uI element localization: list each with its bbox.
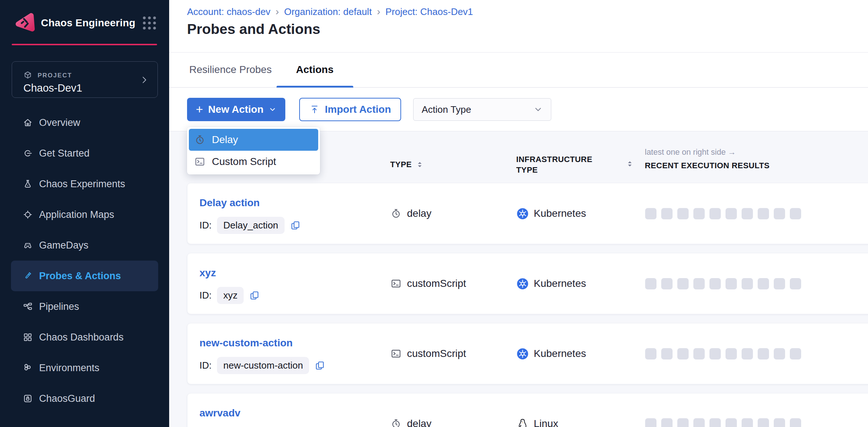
action-type-value: delay bbox=[407, 418, 431, 427]
breadcrumb-link[interactable]: Organization: default bbox=[284, 6, 372, 18]
sort-icon[interactable] bbox=[416, 161, 424, 169]
execution-result-placeholder bbox=[645, 418, 656, 427]
module-grid-icon[interactable] bbox=[141, 14, 158, 32]
execution-result-placeholder bbox=[790, 208, 801, 219]
sidebar-item-probes-and-actions[interactable]: Probes & Actions bbox=[11, 261, 158, 291]
sidebar-item-pipelines[interactable]: Pipelines bbox=[11, 291, 158, 322]
chaos-engineering-logo-icon bbox=[13, 12, 36, 34]
infrastructure-cell: Kubernetes bbox=[517, 183, 586, 244]
menu-item-custom-script[interactable]: Custom Script bbox=[189, 151, 318, 173]
execution-result-placeholder bbox=[693, 348, 705, 359]
main-content: Account: chaos-dev›Organization: default… bbox=[169, 0, 868, 427]
sidebar-item-gamedays[interactable]: GameDays bbox=[11, 230, 158, 261]
infrastructure-value: Kubernetes bbox=[534, 348, 586, 359]
copy-icon[interactable] bbox=[290, 220, 301, 231]
pipeline-icon bbox=[23, 301, 33, 312]
sidebar-item-label: Chaos Experiments bbox=[39, 178, 125, 190]
execution-result-placeholder bbox=[693, 418, 705, 427]
execution-result-placeholder bbox=[693, 278, 705, 289]
execution-result-placeholder bbox=[726, 348, 737, 359]
execution-result-placeholder bbox=[645, 208, 656, 219]
project-name: Chaos-Dev1 bbox=[23, 82, 82, 94]
recent-execution-results bbox=[645, 253, 801, 314]
action-id: ID: new-custom-action bbox=[199, 357, 325, 374]
sidebar-item-chaos-dashboards[interactable]: Chaos Dashboards bbox=[11, 322, 158, 353]
action-type-value: delay bbox=[407, 208, 431, 219]
action-name-link[interactable]: new-custom-action bbox=[199, 337, 293, 349]
terminal-icon bbox=[391, 278, 401, 289]
recent-execution-results bbox=[645, 183, 801, 244]
action-rows: Delay action ID: Delay_action delay Kube… bbox=[169, 183, 868, 427]
action-id-label: ID: bbox=[199, 360, 212, 371]
plus-icon: + bbox=[196, 103, 203, 115]
sidebar-item-application-maps[interactable]: Application Maps bbox=[11, 199, 158, 230]
infrastructure-value: Kubernetes bbox=[534, 208, 586, 219]
execution-result-placeholder bbox=[726, 418, 737, 427]
stopwatch-icon bbox=[391, 418, 401, 427]
dashboard-icon bbox=[23, 332, 33, 342]
sidebar-item-label: GameDays bbox=[39, 240, 88, 251]
action-id-value: xyz bbox=[217, 287, 244, 304]
copy-icon[interactable] bbox=[315, 360, 325, 371]
infrastructure-value: Linux bbox=[534, 418, 558, 427]
sidebar: Chaos Engineering PROJECT Chaos-Dev1 Ove… bbox=[0, 0, 169, 427]
sidebar-item-label: Overview bbox=[39, 117, 80, 128]
sidebar-nav: Overview Get Started Chaos Experiments A… bbox=[0, 107, 169, 414]
stopwatch-icon bbox=[391, 208, 401, 219]
tab-bar: Resilience ProbesActions bbox=[169, 52, 868, 88]
breadcrumb: Account: chaos-dev›Organization: default… bbox=[187, 6, 473, 18]
stopwatch-icon bbox=[194, 134, 205, 145]
kubernetes-icon bbox=[517, 208, 529, 220]
execution-result-placeholder bbox=[726, 208, 737, 219]
execution-result-placeholder bbox=[742, 208, 753, 219]
action-name-link[interactable]: awrvadv bbox=[199, 407, 240, 419]
new-action-label: New Action bbox=[208, 104, 263, 115]
column-header-type: TYPE bbox=[390, 160, 424, 169]
action-type-value: customScript bbox=[407, 348, 466, 359]
sidebar-item-overview[interactable]: Overview bbox=[11, 107, 158, 138]
new-action-button[interactable]: + New Action bbox=[187, 98, 285, 121]
infrastructure-cell: Linux bbox=[517, 393, 558, 427]
get-started-icon bbox=[23, 148, 33, 158]
execution-result-placeholder bbox=[758, 418, 769, 427]
infrastructure-cell: Kubernetes bbox=[517, 323, 586, 384]
project-selector[interactable]: PROJECT Chaos-Dev1 bbox=[12, 61, 158, 98]
brand: Chaos Engineering bbox=[13, 7, 158, 39]
sidebar-item-label: Application Maps bbox=[39, 209, 114, 220]
execution-result-placeholder bbox=[709, 278, 721, 289]
test-tube-icon bbox=[23, 271, 33, 281]
execution-result-placeholder bbox=[774, 418, 785, 427]
breadcrumb-link[interactable]: Account: chaos-dev bbox=[187, 6, 270, 18]
execution-result-placeholder bbox=[742, 348, 753, 359]
tab-resilience-probes[interactable]: Resilience Probes bbox=[189, 52, 277, 87]
execution-result-placeholder bbox=[790, 278, 801, 289]
action-id-label: ID: bbox=[199, 290, 212, 301]
sort-icon[interactable] bbox=[626, 160, 634, 168]
tab-actions[interactable]: Actions bbox=[277, 52, 353, 87]
action-name-link[interactable]: Delay action bbox=[199, 197, 260, 209]
sidebar-item-environments[interactable]: Environments bbox=[11, 353, 158, 383]
action-row: awrvadv delay Linux bbox=[187, 393, 868, 427]
sidebar-item-label: ChaosGuard bbox=[39, 393, 95, 404]
column-header-recent-execution-results: latest one on right side → RECENT EXECUT… bbox=[645, 147, 770, 170]
execution-result-placeholder bbox=[709, 348, 721, 359]
cube-icon bbox=[23, 70, 33, 80]
chevron-down-icon bbox=[269, 105, 277, 114]
execution-result-placeholder bbox=[677, 418, 689, 427]
action-name-link[interactable]: xyz bbox=[199, 267, 216, 279]
chevron-right-icon bbox=[139, 75, 149, 85]
action-type-cell: delay bbox=[391, 393, 431, 427]
sidebar-item-chaosguard[interactable]: ChaosGuard bbox=[11, 383, 158, 414]
sidebar-item-chaos-experiments[interactable]: Chaos Experiments bbox=[11, 169, 158, 199]
sidebar-item-label: Environments bbox=[39, 362, 99, 374]
import-action-button[interactable]: Import Action bbox=[299, 98, 401, 121]
execution-result-placeholder bbox=[790, 418, 801, 427]
action-type-filter[interactable]: Action Type bbox=[413, 98, 551, 121]
execution-result-placeholder bbox=[758, 208, 769, 219]
execution-result-placeholder bbox=[758, 278, 769, 289]
sidebar-item-get-started[interactable]: Get Started bbox=[11, 138, 158, 169]
copy-icon[interactable] bbox=[249, 290, 260, 301]
toolbar: + New Action Import Action Action Type bbox=[187, 98, 551, 121]
breadcrumb-link[interactable]: Project: Chaos-Dev1 bbox=[385, 6, 473, 18]
menu-item-delay[interactable]: Delay bbox=[189, 129, 318, 151]
